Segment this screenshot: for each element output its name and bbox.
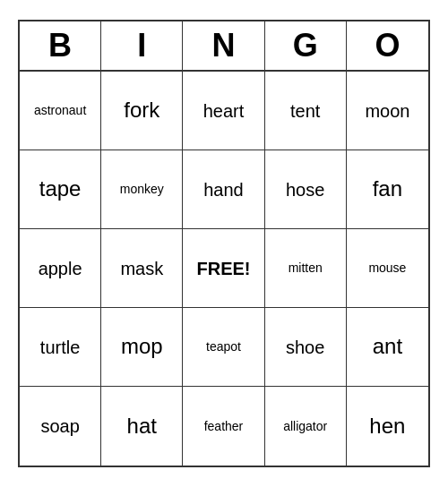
- cell-text: moon: [365, 100, 409, 122]
- cell-text: mop: [121, 334, 163, 360]
- cell-text: heart: [203, 100, 245, 122]
- cell-text: mask: [120, 258, 163, 279]
- cell-text: feather: [204, 419, 244, 434]
- cell-text: teapot: [206, 339, 241, 355]
- bingo-cell[interactable]: mouse: [347, 229, 428, 308]
- cell-text: turtle: [40, 337, 80, 358]
- bingo-grid: astronautforkhearttentmoontapemonkeyhand…: [20, 72, 428, 466]
- header-letter: N: [183, 21, 264, 70]
- bingo-cell[interactable]: hand: [183, 150, 264, 229]
- cell-text: astronaut: [34, 103, 86, 118]
- bingo-cell[interactable]: monkey: [101, 150, 183, 229]
- bingo-cell[interactable]: hen: [347, 387, 428, 466]
- bingo-cell[interactable]: tape: [20, 150, 101, 229]
- bingo-cell[interactable]: fork: [101, 72, 183, 150]
- cell-text: ant: [373, 334, 402, 360]
- cell-text: tent: [290, 100, 320, 122]
- header-letter: O: [347, 21, 428, 70]
- bingo-cell[interactable]: shoe: [265, 308, 347, 387]
- bingo-cell[interactable]: alligator: [265, 387, 347, 466]
- cell-text: monkey: [120, 182, 164, 197]
- bingo-cell[interactable]: FREE!: [183, 229, 264, 308]
- cell-text: FREE!: [196, 258, 250, 279]
- bingo-cell[interactable]: ant: [347, 308, 428, 387]
- cell-text: hat: [127, 414, 157, 440]
- cell-text: shoe: [286, 337, 324, 358]
- cell-text: soap: [40, 415, 79, 437]
- bingo-cell[interactable]: teapot: [183, 308, 264, 387]
- bingo-cell[interactable]: fan: [347, 150, 428, 229]
- bingo-cell[interactable]: apple: [20, 229, 101, 308]
- bingo-cell[interactable]: turtle: [20, 308, 101, 387]
- cell-text: mouse: [368, 261, 406, 276]
- bingo-cell[interactable]: tent: [265, 72, 347, 150]
- cell-text: tape: [39, 176, 82, 202]
- cell-text: hose: [286, 179, 324, 201]
- bingo-cell[interactable]: hose: [265, 150, 347, 229]
- bingo-cell[interactable]: moon: [347, 72, 428, 150]
- bingo-card: BINGO astronautforkhearttentmoontapemonk…: [18, 20, 430, 467]
- bingo-cell[interactable]: astronaut: [20, 72, 101, 150]
- bingo-cell[interactable]: mitten: [265, 229, 347, 308]
- bingo-cell[interactable]: heart: [183, 72, 264, 150]
- cell-text: mitten: [289, 261, 323, 276]
- bingo-cell[interactable]: soap: [20, 387, 101, 466]
- bingo-cell[interactable]: mop: [101, 308, 183, 387]
- bingo-cell[interactable]: feather: [183, 387, 264, 466]
- cell-text: apple: [39, 258, 82, 279]
- cell-text: fan: [373, 176, 402, 202]
- bingo-cell[interactable]: hat: [101, 387, 183, 466]
- header-letter: G: [265, 21, 347, 70]
- cell-text: hand: [203, 179, 244, 201]
- cell-text: fork: [124, 98, 159, 124]
- cell-text: hen: [369, 414, 405, 440]
- header-letter: I: [101, 21, 183, 70]
- cell-text: alligator: [283, 419, 327, 434]
- bingo-header: BINGO: [20, 21, 428, 72]
- header-letter: B: [20, 21, 101, 70]
- bingo-cell[interactable]: mask: [101, 229, 183, 308]
